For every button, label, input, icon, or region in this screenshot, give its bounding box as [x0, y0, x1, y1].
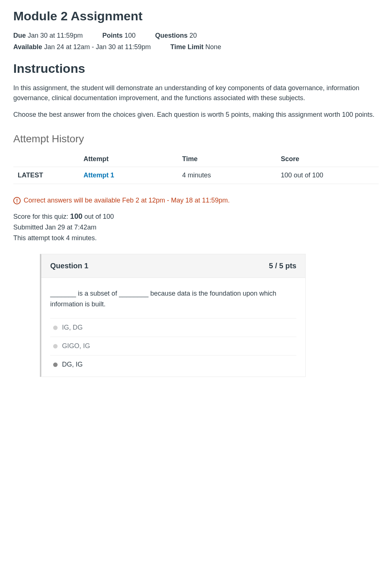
- due-value: Jan 30 at 11:59pm: [28, 32, 83, 39]
- timelimit-value: None: [205, 43, 221, 51]
- score-prefix: Score for this quiz:: [13, 213, 70, 220]
- col-attempt: Attempt: [79, 152, 178, 167]
- col-score: Score: [276, 152, 379, 167]
- correct-answers-notice: ! Correct answers will be available Feb …: [13, 197, 379, 204]
- attempt-time: 4 minutes: [178, 167, 276, 184]
- questions-label: Questions: [155, 32, 188, 39]
- available-value: Jan 24 at 12am - Jan 30 at 11:59pm: [44, 43, 151, 51]
- attempts-table: Attempt Time Score LATEST Attempt 1 4 mi…: [13, 152, 379, 184]
- latest-badge: LATEST: [18, 171, 43, 179]
- warning-icon: !: [13, 197, 21, 204]
- quiz-meta: Due Jan 30 at 11:59pm Points 100 Questio…: [13, 30, 379, 52]
- question-card: Question 1 5 / 5 pts _______ is a subset…: [40, 254, 306, 377]
- score-summary: Score for this quiz: 100 out of 100 Subm…: [13, 210, 379, 244]
- answer-option: GIGO, IG: [50, 337, 296, 355]
- questions-value: 20: [189, 32, 197, 39]
- points-value: 100: [124, 32, 135, 39]
- table-row: LATEST Attempt 1 4 minutes 100 out of 10…: [13, 167, 379, 184]
- due-label: Due: [13, 32, 26, 39]
- attempt-score: 100 out of 100: [276, 167, 379, 184]
- instructions-p1: In this assignment, the student will dem…: [13, 83, 379, 103]
- answer-option-selected: DG, IG: [50, 355, 296, 374]
- question-header: Question 1 5 / 5 pts: [41, 254, 305, 278]
- attempt-duration: This attempt took 4 minutes.: [13, 233, 379, 244]
- points-label: Points: [102, 32, 123, 39]
- answer-option: IG, DG: [50, 318, 296, 337]
- score-suffix: out of 100: [82, 213, 114, 220]
- question-stem: _______ is a subset of ________ because …: [50, 288, 296, 310]
- notice-text: Correct answers will be available Feb 2 …: [24, 197, 230, 204]
- attempt-history-heading: Attempt History: [13, 133, 379, 145]
- score-value: 100: [70, 212, 82, 220]
- question-points: 5 / 5 pts: [269, 262, 296, 270]
- timelimit-label: Time Limit: [171, 43, 204, 51]
- available-label: Available: [13, 43, 42, 51]
- instructions-p2: Choose the best answer from the choices …: [13, 110, 379, 120]
- instructions-heading: Instructions: [13, 61, 379, 76]
- submitted-time: Submitted Jan 29 at 7:42am: [13, 222, 379, 233]
- col-time: Time: [178, 152, 276, 167]
- page-title: Module 2 Assignment: [13, 9, 379, 23]
- attempt-link[interactable]: Attempt 1: [83, 171, 114, 179]
- col-blank: [13, 152, 79, 167]
- question-body: _______ is a subset of ________ because …: [41, 278, 305, 377]
- question-title: Question 1: [50, 262, 88, 270]
